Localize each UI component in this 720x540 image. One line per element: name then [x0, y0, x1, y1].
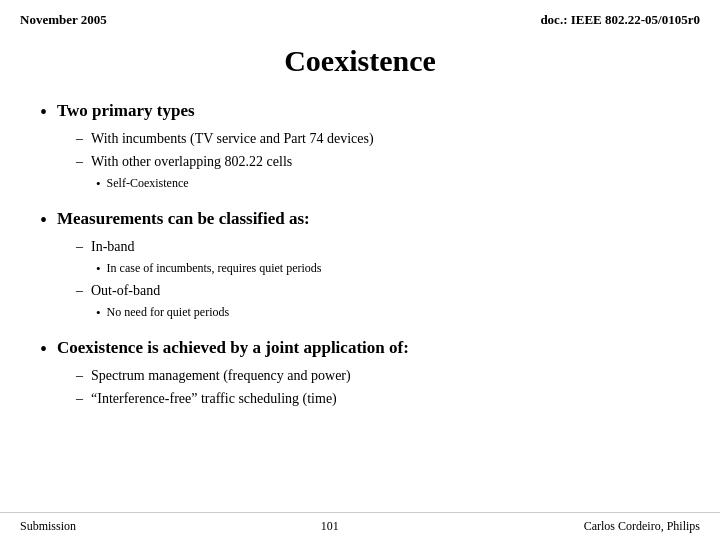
sub-bullet-3-2: – “Interference-free” traffic scheduling…	[76, 388, 680, 409]
sub-text-2-1: In-band	[91, 236, 135, 257]
bullet-text-1: Two primary types	[57, 100, 195, 122]
sub-sub-bullets-2-2: • No need for quiet periods	[96, 303, 680, 323]
main-bullet-2: • Measurements can be classified as:	[40, 208, 680, 232]
sub-sub-bullet-2-1-1: • In case of incumbents, requires quiet …	[96, 259, 680, 279]
header-doc: doc.: IEEE 802.22-05/0105r0	[540, 12, 700, 28]
main-bullet-1: • Two primary types	[40, 100, 680, 124]
slide-title: Coexistence	[20, 44, 700, 78]
sub-sub-text-1-2-1: Self-Coexistence	[107, 174, 189, 192]
bullet-section-1: • Two primary types – With incumbents (T…	[40, 100, 680, 194]
sub-sub-bullet-1-2-1: • Self-Coexistence	[96, 174, 680, 194]
bullet-dot-3: •	[40, 337, 47, 361]
bullet-dot-2: •	[40, 208, 47, 232]
sub-text-2-2: Out-of-band	[91, 280, 160, 301]
bullet-section-2: • Measurements can be classified as: – I…	[40, 208, 680, 323]
sub-bullets-2: – In-band • In case of incumbents, requi…	[76, 236, 680, 323]
main-bullet-3: • Coexistence is achieved by a joint app…	[40, 337, 680, 361]
sub-sub-bullets-1-2: • Self-Coexistence	[96, 174, 680, 194]
sub-text-3-2: “Interference-free” traffic scheduling (…	[91, 388, 337, 409]
bullet-dot-1: •	[40, 100, 47, 124]
sub-bullet-3-1: – Spectrum management (frequency and pow…	[76, 365, 680, 386]
bullet-section-3: • Coexistence is achieved by a joint app…	[40, 337, 680, 409]
sub-text-3-1: Spectrum management (frequency and power…	[91, 365, 351, 386]
slide-footer: Submission 101 Carlos Cordeiro, Philips	[0, 512, 720, 540]
sub-bullets-1: – With incumbents (TV service and Part 7…	[76, 128, 680, 194]
sub-bullet-2-1: – In-band	[76, 236, 680, 257]
bullet-text-2: Measurements can be classified as:	[57, 208, 310, 230]
sub-sub-bullet-2-2-1: • No need for quiet periods	[96, 303, 680, 323]
sub-sub-dot-2-2-1: •	[96, 303, 101, 323]
sub-sub-bullets-2-1: • In case of incumbents, requires quiet …	[96, 259, 680, 279]
sub-sub-text-2-2-1: No need for quiet periods	[107, 303, 230, 321]
footer-page-number: 101	[321, 519, 339, 534]
title-area: Coexistence	[0, 34, 720, 96]
slide-content: • Two primary types – With incumbents (T…	[0, 96, 720, 427]
sub-text-1-2: With other overlapping 802.22 cells	[91, 151, 292, 172]
sub-sub-dot-1-2-1: •	[96, 174, 101, 194]
sub-dash-3-1: –	[76, 365, 83, 386]
sub-sub-dot-2-1-1: •	[96, 259, 101, 279]
sub-bullet-1-1: – With incumbents (TV service and Part 7…	[76, 128, 680, 149]
sub-text-1-1: With incumbents (TV service and Part 74 …	[91, 128, 374, 149]
sub-dash-2-2: –	[76, 280, 83, 301]
sub-bullet-1-2: – With other overlapping 802.22 cells	[76, 151, 680, 172]
footer-author: Carlos Cordeiro, Philips	[584, 519, 700, 534]
sub-bullet-2-2: – Out-of-band	[76, 280, 680, 301]
footer-submission: Submission	[20, 519, 76, 534]
sub-bullets-3: – Spectrum management (frequency and pow…	[76, 365, 680, 409]
sub-dash-1-2: –	[76, 151, 83, 172]
sub-dash-2-1: –	[76, 236, 83, 257]
header-date: November 2005	[20, 12, 107, 28]
bullet-text-3: Coexistence is achieved by a joint appli…	[57, 337, 409, 359]
slide: November 2005 doc.: IEEE 802.22-05/0105r…	[0, 0, 720, 540]
sub-sub-text-2-1-1: In case of incumbents, requires quiet pe…	[107, 259, 322, 277]
slide-header: November 2005 doc.: IEEE 802.22-05/0105r…	[0, 0, 720, 34]
sub-dash-3-2: –	[76, 388, 83, 409]
sub-dash-1-1: –	[76, 128, 83, 149]
